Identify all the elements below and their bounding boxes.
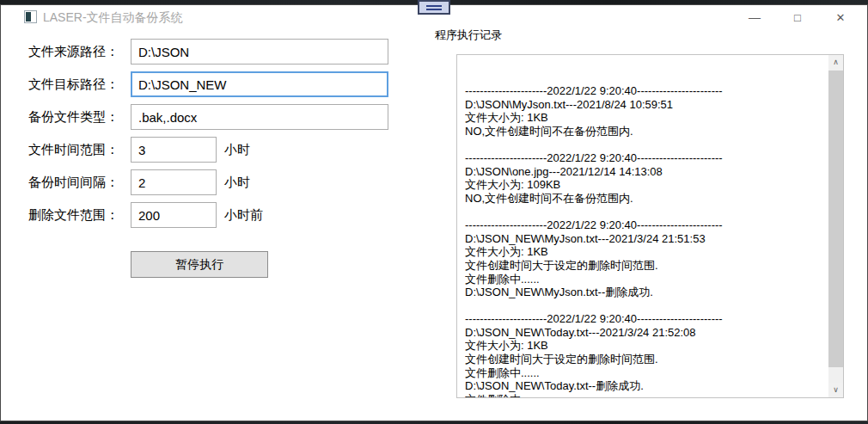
maximize-button[interactable]: □ <box>776 5 819 29</box>
close-button[interactable]: ✕ <box>819 5 862 29</box>
maximize-icon: □ <box>794 11 801 24</box>
log-line: D:\JSON_NEW\MyJson.txt--删除成功. <box>465 286 825 299</box>
log-line: 文件大小为: 1KB <box>465 245 825 259</box>
form-row-target-path: 文件目标路径： <box>1 71 405 97</box>
log-line <box>465 299 825 313</box>
time-range-label: 文件时间范围： <box>28 137 119 163</box>
log-line: NO,文件创建时间不在备份范围内. <box>465 125 825 138</box>
source-path-label: 文件来源路径： <box>28 39 119 65</box>
target-path-input[interactable] <box>131 71 388 97</box>
delete-range-label: 删除文件范围： <box>28 202 119 228</box>
log-line: 文件删除中...... <box>465 273 825 286</box>
form-row-time-range: 文件时间范围： 小时 <box>1 137 405 163</box>
log-line: NO,文件创建时间不在备份范围内. <box>465 192 825 206</box>
log-heading: 程序执行记录 <box>435 28 502 43</box>
log-lines: ----------------------2022/1/22 9:20:40-… <box>457 55 828 397</box>
file-types-label: 备份文件类型： <box>28 104 119 130</box>
target-path-label: 文件目标路径： <box>28 71 119 97</box>
source-path-input[interactable] <box>131 39 388 65</box>
time-range-unit-label: 小时 <box>224 137 250 163</box>
backup-interval-unit-label: 小时 <box>224 169 250 195</box>
form-row-delete-range: 删除文件范围： 小时前 <box>1 202 405 228</box>
log-line <box>465 71 825 85</box>
delete-range-unit-label: 小时前 <box>224 202 263 228</box>
backup-interval-label: 备份时间间隔： <box>28 169 119 195</box>
log-line <box>465 138 825 152</box>
backup-interval-input[interactable] <box>131 169 217 195</box>
grip-lines-icon <box>426 5 442 10</box>
log-line: 文件删除中...... <box>465 393 825 397</box>
app-icon <box>24 10 37 23</box>
log-line <box>465 58 825 71</box>
log-line: 文件大小为: 1KB <box>465 111 825 125</box>
window-title: LASER-文件自动备份系统 <box>43 10 183 26</box>
log-line: ----------------------2022/1/22 9:20:40-… <box>465 151 825 165</box>
form-row-file-types: 备份文件类型： <box>1 104 405 130</box>
close-icon: ✕ <box>836 11 846 24</box>
log-line: ----------------------2022/1/22 9:20:40-… <box>465 84 825 98</box>
form-row-source-path: 文件来源路径： <box>1 39 405 65</box>
log-line: ----------------------2022/1/22 9:20:40-… <box>465 312 825 326</box>
log-line <box>465 206 825 219</box>
log-line: 文件创建时间大于设定的删除时间范围. <box>465 259 825 273</box>
log-line: 文件删除中...... <box>465 366 825 380</box>
log-line: 文件大小为: 109KB <box>465 178 825 192</box>
scrollbar-thumb[interactable] <box>828 71 843 367</box>
log-line: D:\JSON_NEW\Today.txt--删除成功. <box>465 379 825 393</box>
chevron-down-icon: ∨ <box>833 385 839 394</box>
desktop: { "window": { "title": "LASER-文件自动备份系统",… <box>0 0 868 424</box>
log-line: 文件大小为: 1KB <box>465 339 825 353</box>
log-line: ----------------------2022/1/22 9:20:40-… <box>465 218 825 232</box>
snap-layout-handle[interactable] <box>418 0 450 15</box>
form-row-backup-interval: 备份时间间隔： 小时 <box>1 169 405 195</box>
vertical-scrollbar[interactable]: ∧ ∨ <box>828 55 843 397</box>
log-line: D:\JSON\MyJson.txt---2021/8/24 10:59:51 <box>465 98 825 112</box>
log-line: D:\JSON_NEW\Today.txt---2021/3/24 21:52:… <box>465 326 825 340</box>
file-types-input[interactable] <box>131 104 388 130</box>
minimize-button[interactable]: — <box>733 5 776 29</box>
scroll-up-button[interactable]: ∧ <box>828 55 843 70</box>
minimize-icon: — <box>749 10 761 24</box>
time-range-input[interactable] <box>131 137 217 163</box>
log-line: 文件创建时间大于设定的删除时间范围. <box>465 353 825 366</box>
log-textbox[interactable]: ----------------------2022/1/22 9:20:40-… <box>456 54 844 398</box>
delete-range-input[interactable] <box>131 202 217 228</box>
pause-execution-button[interactable]: 暂停执行 <box>131 251 268 278</box>
scroll-down-button[interactable]: ∨ <box>828 383 843 397</box>
window-controls: — □ ✕ <box>733 5 862 29</box>
chevron-up-icon: ∧ <box>833 58 839 66</box>
log-line: D:\JSON_NEW\MyJson.txt---2021/3/24 21:51… <box>465 232 825 246</box>
log-line: D:\JSON\one.jpg---2021/12/14 14:13:08 <box>465 165 825 179</box>
app-window: LASER-文件自动备份系统 — □ ✕ 文件来源路径： 文件目标路径： 备份文… <box>0 4 868 421</box>
